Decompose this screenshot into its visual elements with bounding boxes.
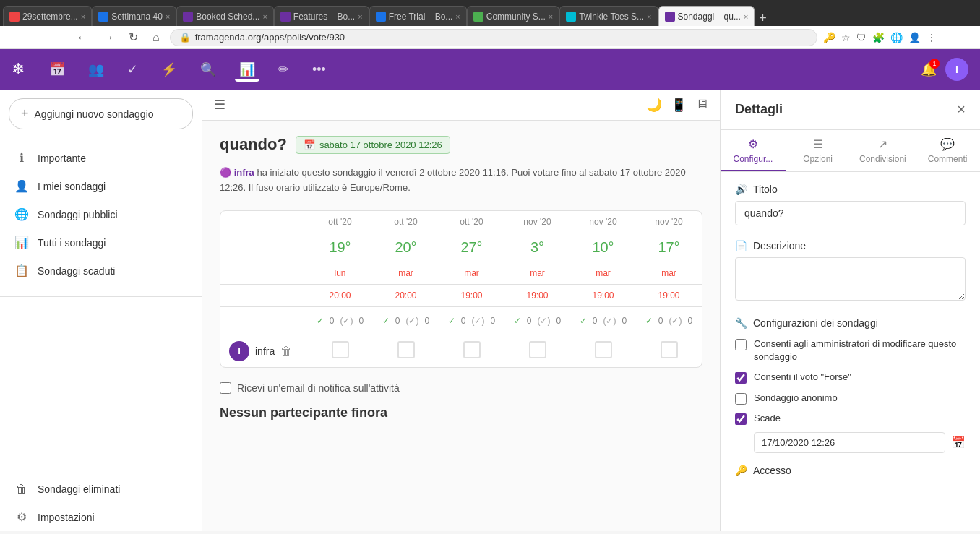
pubblici-icon: 🌐: [14, 207, 29, 221]
anonymous-checkbox[interactable]: [735, 393, 747, 405]
maybe-check-1: (✓): [406, 316, 419, 326]
vote-checkbox-1[interactable]: [397, 341, 415, 358]
sidebar-item-scaduti[interactable]: 📋 Sondaggi scaduti: [0, 257, 202, 285]
vote-checkbox-0[interactable]: [332, 341, 349, 358]
vote-table: ott '20 ott '20 ott '20 nov '20 nov '20 …: [220, 211, 702, 367]
notification-bell[interactable]: 🔔 1: [921, 61, 937, 77]
vote-checkbox-5[interactable]: [661, 341, 678, 358]
tab-close[interactable]: ×: [166, 12, 170, 21]
extension-icon[interactable]: 🧩: [872, 32, 885, 43]
tab-condivisioni[interactable]: ↗ Condivisioni: [851, 130, 916, 171]
topbar-edit-icon[interactable]: ✏: [274, 57, 293, 82]
tab-close[interactable]: ×: [81, 12, 85, 21]
tab-close[interactable]: ×: [358, 12, 362, 21]
dark-mode-icon[interactable]: 🌙: [646, 97, 662, 113]
description-field-label: 📄 Descrizione: [735, 240, 966, 251]
access-section: 🔑 Accesso: [735, 465, 966, 476]
allow-maybe-checkbox[interactable]: [735, 372, 747, 384]
topbar-contacts-icon[interactable]: 👥: [84, 57, 108, 82]
config-item-anonymous: Sondaggio anonimo: [735, 392, 966, 405]
title-field-section: 🔊 Titolo: [735, 184, 966, 225]
tab-features[interactable]: Features – Bo... ×: [274, 6, 369, 26]
tab-close[interactable]: ×: [455, 12, 460, 21]
add-survey-button[interactable]: + Aggiungi nuovo sondaggio: [9, 98, 193, 129]
col-month-4: nov '20: [570, 211, 636, 233]
tab-close[interactable]: ×: [647, 12, 651, 21]
sidebar-item-tutti[interactable]: 📊 Tutti i sondaggi: [0, 228, 202, 257]
allow-admin-checkbox[interactable]: [735, 339, 747, 350]
menu-icon[interactable]: ⋮: [927, 32, 937, 43]
account-icon[interactable]: 👤: [908, 32, 921, 43]
back-button[interactable]: ←: [72, 30, 93, 46]
yes-check-2: ✓: [448, 316, 455, 326]
vote-checkbox-4[interactable]: [595, 341, 612, 358]
poll-top-icons: 🌙 📱 🖥: [646, 97, 708, 113]
tab-configura[interactable]: ⚙ Configur...: [721, 130, 786, 171]
email-notify-checkbox[interactable]: [220, 382, 231, 394]
sidebar-item-importante[interactable]: ℹ Importante: [0, 144, 202, 172]
topbar-search-icon[interactable]: 🔍: [196, 57, 220, 82]
calendar-picker-icon[interactable]: 📅: [951, 436, 966, 449]
allow-maybe-label: Consenti il voto "Forse": [754, 371, 851, 384]
shield-icon[interactable]: 🛡: [856, 32, 867, 43]
home-button[interactable]: ⌂: [148, 30, 164, 46]
vote-checkbox-3[interactable]: [529, 341, 546, 358]
tab-booked[interactable]: Booked Sched... ×: [176, 6, 274, 26]
topbar-activity-icon[interactable]: ⚡: [157, 57, 181, 82]
yes-count-2: 0: [461, 316, 466, 326]
tab-close[interactable]: ×: [262, 12, 267, 21]
key-icon[interactable]: 🔑: [823, 32, 835, 43]
star-icon[interactable]: ☆: [841, 32, 851, 43]
mobile-view-icon[interactable]: 📱: [671, 97, 687, 113]
topbar-calendar-icon[interactable]: 📅: [45, 57, 69, 82]
sidebar-item-pubblici[interactable]: 🌐 Sondaggi pubblici: [0, 200, 202, 228]
add-survey-label: Aggiungi nuovo sondaggio: [35, 108, 154, 120]
desktop-view-icon[interactable]: 🖥: [695, 97, 708, 113]
condivisioni-tab-label: Condivisioni: [859, 154, 906, 164]
topbar-charts-icon[interactable]: 📊: [235, 57, 259, 82]
translate-icon[interactable]: 🌐: [890, 32, 903, 43]
delete-user-button[interactable]: 🗑: [280, 345, 292, 358]
title-input[interactable]: [735, 201, 966, 225]
url-bar[interactable]: 🔒 framagenda.org/apps/polls/vote/930: [170, 29, 817, 46]
vote-count-2: ✓0 (✓)0: [447, 313, 496, 329]
tab-commenti[interactable]: 💬 Commenti: [915, 130, 980, 171]
config-item-allow-maybe: Consenti il voto "Forse": [735, 371, 966, 384]
address-bar: ← → ↻ ⌂ 🔒 framagenda.org/apps/polls/vote…: [0, 26, 980, 49]
tab-favicon: [376, 12, 386, 22]
tab-community[interactable]: Community S... ×: [467, 6, 559, 26]
sidebar-item-label: Sondaggi pubblici: [38, 209, 118, 220]
condivisioni-tab-icon: ↗: [878, 137, 887, 151]
expires-checkbox[interactable]: [735, 413, 747, 425]
topbar-more-icon[interactable]: •••: [308, 58, 330, 82]
tab-close[interactable]: ×: [549, 12, 553, 21]
vote-checkbox-2[interactable]: [463, 341, 481, 358]
impostazioni-icon: ⚙: [14, 510, 29, 524]
maybe-count-1: 0: [425, 316, 430, 326]
forward-button[interactable]: →: [98, 30, 119, 46]
tab-close[interactable]: ×: [744, 12, 748, 21]
tab-settimana40[interactable]: Settimana 40 ×: [92, 6, 176, 26]
sidebar-item-impostazioni[interactable]: ⚙ Impostazioni: [0, 503, 202, 531]
close-details-button[interactable]: ×: [957, 101, 966, 118]
opzioni-tab-label: Opzioni: [803, 154, 833, 164]
tab-freetrial[interactable]: Free Trial – Bo... ×: [369, 6, 467, 26]
tab-sondaggi[interactable]: Sondaggi – qu... ×: [658, 6, 755, 26]
tab-opzioni[interactable]: ☰ Opzioni: [786, 130, 851, 171]
tutti-icon: 📊: [14, 236, 29, 249]
tab-twinkle[interactable]: Twinkle Toes S... ×: [559, 6, 658, 26]
user-avatar[interactable]: I: [945, 58, 968, 81]
user-avatar-cell: I: [229, 341, 249, 361]
tab-favicon: [665, 12, 675, 22]
tab-29settembre[interactable]: 29settembre... ×: [3, 6, 92, 26]
poll-info-text: ha iniziato questo sondaggio il venerdì …: [220, 167, 686, 193]
hamburger-icon[interactable]: ☰: [214, 97, 225, 113]
sidebar-item-miei[interactable]: 👤 I miei sondaggi: [0, 172, 202, 200]
expiry-date-input[interactable]: [754, 432, 945, 453]
description-field-section: 📄 Descrizione: [735, 240, 966, 303]
sidebar-item-eliminati[interactable]: 🗑 Sondaggi eliminati: [0, 475, 202, 503]
reload-button[interactable]: ↻: [124, 29, 142, 46]
new-tab-button[interactable]: +: [755, 11, 771, 26]
topbar-tasks-icon[interactable]: ✓: [123, 57, 142, 82]
description-textarea[interactable]: [735, 257, 966, 301]
